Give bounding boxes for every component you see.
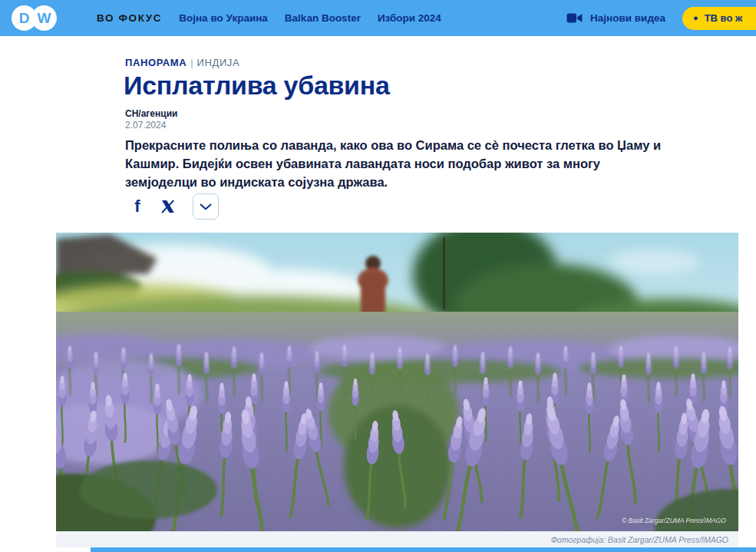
breadcrumb-region[interactable]: ИНДИЈА — [197, 57, 240, 68]
nav-item-fokus[interactable]: ВО ФОКУС — [97, 12, 162, 24]
header-right: Најнови видеа ● ТВ во ж — [566, 7, 756, 30]
facebook-f-icon[interactable]: f — [130, 197, 144, 217]
share-toolbar: f — [130, 193, 219, 220]
lavender-field-illustration: © Basit Zargar/ZUMA Press/IMAGO — [56, 233, 738, 531]
article-date: 2.07.2024 — [125, 120, 166, 131]
live-dot-icon: ● — [693, 14, 698, 22]
dw-logo[interactable]: D W — [12, 5, 57, 31]
share-more-button[interactable] — [193, 193, 219, 220]
breadcrumb: ПАНОРАМА|ИНДИЈА — [125, 57, 239, 68]
article-title: Исплатлива убавина — [124, 71, 707, 101]
x-logo-icon[interactable] — [161, 200, 175, 213]
nav-item-balkan-booster[interactable]: Balkan Booster — [285, 12, 361, 24]
article-image: © Basit Zargar/ZUMA Press/IMAGO — [56, 233, 738, 531]
image-caption: Фотографија: Basit Zargar/ZUMA Press/IMA… — [551, 535, 728, 544]
nav-item-izbori-2024[interactable]: Избори 2024 — [378, 12, 441, 24]
page: D W ВО ФОКУС Војна во Украина Balkan Boo… — [0, 0, 756, 552]
main-nav: ВО ФОКУС Војна во Украина Balkan Booster… — [97, 12, 441, 24]
chevron-down-icon — [200, 203, 212, 210]
article-lead: Прекрасните полиња со лаванда, како ова … — [125, 136, 667, 191]
video-camera-icon — [566, 12, 583, 24]
latest-videos-link[interactable]: Најнови видеа — [566, 12, 665, 24]
image-caption-bar: Фотографија: Basit Zargar/ZUMA Press/IMA… — [56, 531, 738, 547]
article-byline: СН/агенции — [125, 108, 177, 119]
latest-videos-label: Најнови видеа — [590, 12, 665, 24]
image-watermark: © Basit Zargar/ZUMA Press/IMAGO — [622, 517, 726, 524]
dw-logo-w: W — [31, 5, 57, 31]
breadcrumb-section[interactable]: ПАНОРАМА — [125, 57, 187, 68]
tv-live-button[interactable]: ● ТВ во ж — [682, 7, 756, 30]
bottom-blue-accent-bar — [91, 547, 756, 552]
nav-item-ukraine[interactable]: Војна во Украина — [179, 12, 268, 24]
tv-live-label: ТВ во ж — [705, 12, 743, 24]
breadcrumb-separator: | — [190, 57, 193, 68]
top-navbar: D W ВО ФОКУС Војна во Украина Balkan Boo… — [0, 0, 756, 36]
